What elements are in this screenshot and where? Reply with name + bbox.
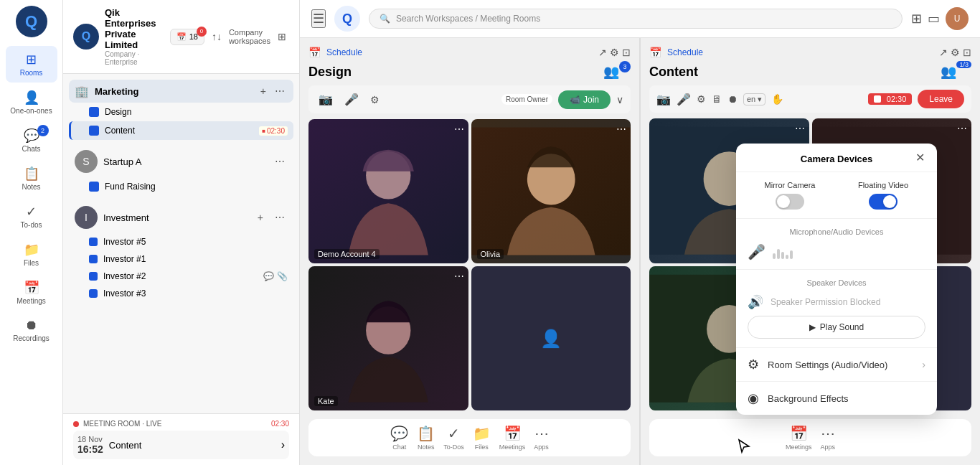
sidebar-item-one-on-ones[interactable]: 👤 One-on-ones — [6, 84, 57, 121]
grid-view-btn[interactable]: ⊞ — [911, 11, 922, 27]
sidebar-item-notes[interactable]: 📋 Notes — [6, 160, 57, 197]
modal-close-btn[interactable]: ✕ — [911, 149, 928, 166]
investor-3[interactable]: Investor #3 — [69, 285, 293, 302]
video-label-demo: Demo Account 4 — [314, 249, 380, 259]
mic-bar-4 — [786, 255, 788, 259]
video-menu-kate[interactable]: ⋯ — [454, 271, 464, 282]
live-room-name: Content — [109, 440, 275, 451]
content-video-btn[interactable]: 📷 — [656, 93, 671, 106]
app-logo: Q — [16, 6, 47, 37]
mirror-camera-toggle[interactable] — [776, 194, 804, 210]
speaker-icon: 🔊 — [748, 294, 763, 310]
content-settings-btn[interactable]: ⚙ — [951, 47, 960, 58]
design-participants: 👥 3 — [603, 64, 631, 80]
design-share-btn[interactable]: ↗ — [598, 47, 607, 58]
investor-2[interactable]: Investor #2 💬 📎 — [69, 268, 293, 285]
investor-5[interactable]: Investor #5 — [69, 233, 293, 250]
section-startup-a-header[interactable]: S Startup A ⋯ — [69, 146, 293, 177]
room-design[interactable]: Design — [69, 103, 293, 121]
content-participants: 👥 1/3 — [941, 64, 971, 80]
room-content-timer: 02:30 — [259, 126, 288, 136]
sidebar-item-files[interactable]: 📁 Files — [6, 236, 57, 273]
content-language-btn[interactable]: en ▾ — [743, 93, 765, 105]
investor-5-name: Investor #5 — [103, 237, 288, 247]
content-meetings-btn[interactable]: 📅 Meetings — [786, 425, 812, 451]
search-bar[interactable]: 🔍 Search Workspaces / Meeting Rooms — [369, 9, 903, 29]
design-meetings-btn[interactable]: 📅 Meetings — [499, 425, 526, 451]
room-content[interactable]: Content 02:30 — [69, 121, 293, 140]
investment-more-btn[interactable]: ⋯ — [272, 210, 288, 225]
modal-background-effects-item[interactable]: ◉ Background Effects — [736, 382, 937, 415]
leave-btn[interactable]: Leave — [918, 90, 964, 108]
design-controls: 📷 🎤 ⚙ Room Owner 📹 Join ∨ — [308, 85, 631, 113]
design-settings-btn[interactable]: ⚙ — [610, 47, 619, 58]
design-files-btn[interactable]: 📁 Files — [473, 425, 491, 451]
speaker-section: Speaker Devices 🔊 Speaker Permission Blo… — [736, 270, 937, 348]
section-marketing-header[interactable]: 🏢 Marketing + ⋯ — [69, 80, 293, 103]
content-schedule-link[interactable]: Schedule — [667, 47, 703, 57]
floating-video-toggle[interactable] — [869, 194, 897, 210]
files-icon: 📁 — [24, 242, 39, 258]
meetings-icon: 📅 — [24, 280, 39, 296]
design-chat-btn[interactable]: 💬 Chat — [390, 425, 408, 451]
play-sound-btn[interactable]: ▶ Play Sound — [748, 316, 925, 339]
content-share-btn[interactable]: ↗ — [939, 47, 948, 58]
modal-room-settings-item[interactable]: ⚙ Room Settings (Audio/Video) › — [736, 348, 937, 382]
content-screen-btn[interactable]: 🖥 — [712, 93, 722, 105]
sidebar-item-todos[interactable]: ✓ To-dos — [6, 198, 57, 235]
content-hand-btn[interactable]: ✋ — [771, 93, 783, 105]
sidebar-item-meetings[interactable]: 📅 Meetings — [6, 274, 57, 311]
design-notes-btn[interactable]: 📋 Notes — [417, 425, 435, 451]
sidebar-item-recordings[interactable]: ⏺ Recordings — [6, 312, 57, 348]
content-record-btn[interactable]: ⏺ — [727, 93, 738, 105]
design-schedule-link[interactable]: Schedule — [326, 47, 362, 57]
video-menu-olivia[interactable]: ⋯ — [616, 123, 626, 135]
section-investment-header[interactable]: I Investment + ⋯ — [69, 202, 293, 233]
section-investment-title: Investment — [103, 212, 249, 223]
startup-a-more-btn[interactable]: ⋯ — [272, 154, 288, 169]
workspace-header: Q Qik Enterprises Private Limited Compan… — [63, 0, 299, 74]
more-options-btn[interactable]: ⋯ — [272, 84, 288, 98]
content-expand-btn[interactable]: ⊡ — [963, 47, 971, 58]
workspace-panel: Q Qik Enterprises Private Limited Compan… — [63, 0, 300, 465]
live-content-row[interactable]: 18 Nov 16:52 Content › — [73, 431, 289, 459]
speaker-section-title: Speaker Devices — [748, 278, 925, 287]
investment-add-btn[interactable]: + — [255, 210, 266, 225]
investor-1[interactable]: Investor #1 — [69, 250, 293, 268]
hamburger-btn[interactable]: ☰ — [311, 9, 326, 28]
empty-cell-content: 👤 — [540, 329, 562, 349]
microphone-section: Microphone/Audio Devices 🎤 — [736, 219, 937, 270]
investor-2-chat-icon: 💬 — [263, 271, 274, 281]
kate-video-figure — [308, 266, 468, 410]
content-audio-settings-btn[interactable]: ⚙ — [697, 93, 706, 105]
live-meeting-badge: MEETING ROOM · LIVE 02:30 — [73, 420, 289, 428]
design-todos-btn[interactable]: ✓ To-Dos — [443, 425, 464, 451]
content-timer: 02:30 — [868, 93, 913, 105]
section-startup-a-title: Startup A — [103, 156, 266, 167]
add-workspace-btn[interactable]: ⊞ — [275, 29, 289, 44]
layout-btn[interactable]: ▭ — [928, 11, 940, 27]
design-video-btn[interactable]: 📷 — [316, 90, 336, 109]
sidebar-item-recordings-label: Recordings — [13, 334, 50, 342]
design-audio-settings-btn[interactable]: ⚙ — [367, 91, 382, 108]
design-apps-btn[interactable]: ⋯ Apps — [534, 425, 549, 451]
sidebar-item-rooms[interactable]: ⊞ Rooms — [6, 46, 57, 83]
content-mic-btn[interactable]: 🎤 — [677, 93, 691, 106]
user-avatar[interactable]: U — [946, 7, 969, 30]
video-label-kate: Kate — [314, 396, 338, 406]
sidebar-item-chats[interactable]: 2 💬 Chats — [6, 122, 57, 159]
add-participant-icon: 👤 — [540, 329, 562, 349]
design-expand-btn[interactable]: ⊡ — [622, 47, 631, 58]
join-btn[interactable]: 📹 Join — [558, 90, 611, 109]
video-menu-right2[interactable]: ⋯ — [957, 123, 967, 134]
video-menu-demo[interactable]: ⋯ — [454, 123, 464, 135]
add-room-btn[interactable]: + — [258, 84, 269, 98]
company-workspaces-btn[interactable]: ↑↓ — [209, 29, 225, 44]
content-apps-btn[interactable]: ⋯ Apps — [821, 425, 836, 451]
video-menu-right1[interactable]: ⋯ — [795, 123, 805, 134]
calendar-badge[interactable]: 📅 18 0 — [170, 29, 204, 45]
design-mic-btn[interactable]: 🎤 — [341, 90, 362, 109]
room-fund-raising[interactable]: Fund Raising — [69, 177, 293, 196]
design-expand-toggle-btn[interactable]: ∨ — [616, 94, 623, 105]
sidebar-item-files-label: Files — [24, 259, 39, 267]
